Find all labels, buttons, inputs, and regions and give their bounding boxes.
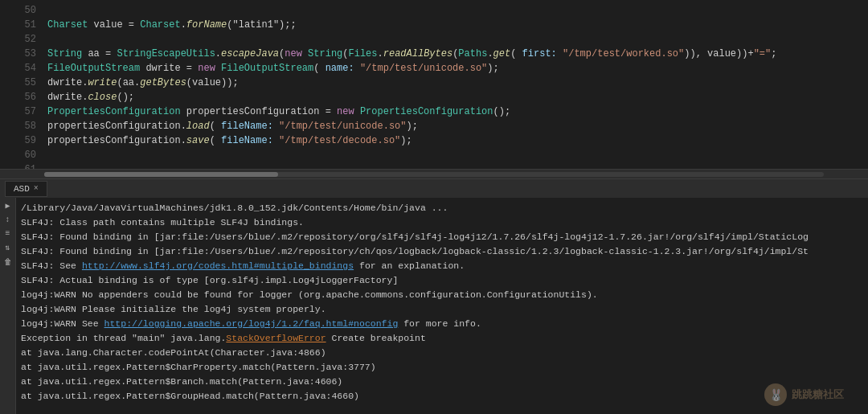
console-line: log4j:WARN No appenders could be found f… (21, 288, 863, 302)
code-line: Charset value = Charset.forName("latin1"… (44, 18, 868, 32)
gutter-icon[interactable]: ≡ (2, 229, 14, 238)
tab-bar: ASD × (0, 178, 868, 198)
stackoverflow-link[interactable]: StackOverflowError (226, 333, 326, 343)
watermark-icon: 🐰 (764, 383, 787, 406)
console-line: at java.util.regex.Pattern$GroupHead.mat… (21, 389, 863, 404)
code-line: String aa = StringEscapeUtils.escapeJava… (44, 47, 868, 61)
line-numbers: 505152535455565758596061 (0, 0, 44, 169)
console-wrapper: /Library/Java/JavaVirtualMachines/jdk1.8… (16, 198, 868, 414)
console-line: log4j:WARN See http://logging.apache.org… (21, 317, 863, 331)
code-line (44, 162, 868, 169)
console-gutter: ▶↕≡⇅🗑 (0, 198, 16, 414)
code-line (44, 32, 868, 47)
code-line (44, 148, 868, 162)
tab-label: ASD (14, 184, 30, 194)
gutter-icon[interactable]: ⇅ (2, 243, 14, 252)
console-line: SLF4J: Class path contains multiple SLF4… (21, 215, 863, 230)
console-line: SLF4J: See http://www.slf4j.org/codes.ht… (21, 259, 863, 273)
console-java-path: /Library/Java/JavaVirtualMachines/jdk1.8… (21, 201, 863, 215)
code-line: propertiesConfiguration.load( fileName: … (44, 119, 868, 133)
gutter-icon[interactable]: ↕ (2, 215, 14, 224)
gutter-icon[interactable]: 🗑 (2, 257, 14, 267)
console-line: SLF4J: Actual binding is of type [org.sl… (21, 273, 863, 288)
console-line: log4j:WARN Please initialize the log4j s… (21, 302, 863, 317)
slf4j-link[interactable]: http://www.slf4j.org/codes.html#multiple… (82, 260, 354, 271)
code-line: propertiesConfiguration.save( fileName: … (44, 133, 868, 148)
code-line: dwrite.write(aa.getBytes(value)); (44, 76, 868, 90)
scrollbar-track (44, 172, 824, 177)
code-content[interactable]: Charset value = Charset.forName("latin1"… (44, 0, 868, 169)
console-line: at java.util.regex.Pattern$Branch.match(… (21, 375, 863, 389)
editor-area: 505152535455565758596061 Charset value =… (0, 0, 868, 169)
console-line: at java.lang.Character.codePointAt(Chara… (21, 346, 863, 360)
console-content[interactable]: /Library/Java/JavaVirtualMachines/jdk1.8… (16, 198, 868, 414)
code-line (44, 3, 868, 18)
console-line: at java.util.regex.Pattern$CharProperty.… (21, 360, 863, 375)
console-line: SLF4J: Found binding in [jar:file:/Users… (21, 230, 863, 244)
tab-close-icon[interactable]: × (34, 184, 39, 193)
console-line: Exception in thread "main" java.lang.Sta… (21, 331, 863, 346)
watermark-text: 跳跳糖社区 (792, 387, 844, 402)
watermark: 🐰 跳跳糖社区 (764, 383, 844, 406)
gutter-icon[interactable]: ▶ (2, 201, 14, 211)
code-line: FileOutputStream dwrite = new FileOutput… (44, 61, 868, 76)
console-line: SLF4J: Found binding in [jar:file:/Users… (21, 244, 863, 259)
console-tab[interactable]: ASD × (5, 181, 47, 197)
code-line: dwrite.close(); (44, 90, 868, 105)
console-area: ▶↕≡⇅🗑 /Library/Java/JavaVirtualMachines/… (0, 198, 868, 414)
editor-scrollbar[interactable] (0, 169, 868, 178)
scrollbar-thumb[interactable] (44, 172, 278, 177)
log4j-link[interactable]: http://logging.apache.org/log4j/1.2/faq.… (104, 318, 399, 329)
code-line: PropertiesConfiguration propertiesConfig… (44, 105, 868, 119)
